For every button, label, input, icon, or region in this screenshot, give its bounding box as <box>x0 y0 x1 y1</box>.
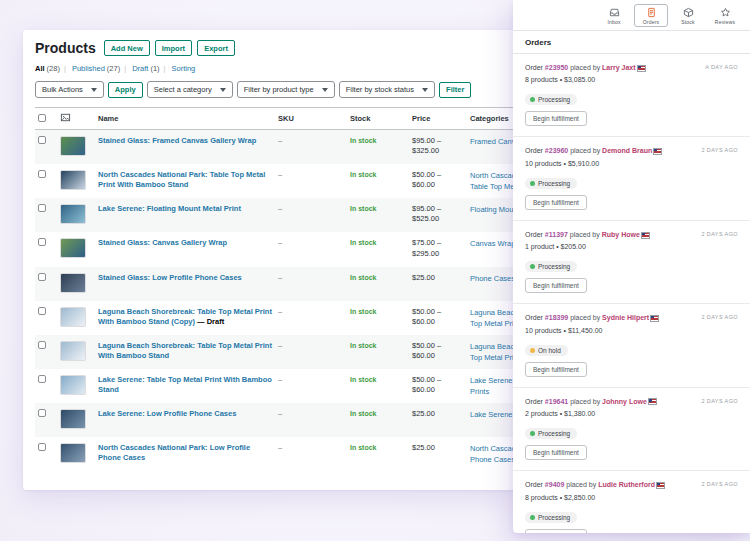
row-checkbox[interactable] <box>38 136 46 144</box>
product-name-link[interactable]: North Cascades National Park: Table Top … <box>98 170 265 189</box>
categories-links[interactable]: Lake Serene, Table Top Metal Prints <box>470 376 518 396</box>
categories-links[interactable]: Floating Mount, Lake Serene <box>470 205 518 214</box>
product-name-link[interactable]: Laguna Beach Shorebreak: Table Top Metal… <box>98 341 272 360</box>
row-checkbox[interactable] <box>38 409 46 417</box>
row-checkbox[interactable] <box>38 273 46 281</box>
tab-inbox[interactable]: Inbox <box>597 4 631 27</box>
order-number-link[interactable]: #9409 <box>545 481 564 488</box>
table-row: Stained Glass: Canvas Gallery Wrap – In … <box>35 232 518 266</box>
order-number-link[interactable]: #11397 <box>545 231 568 238</box>
flag-icon <box>651 316 658 321</box>
customer-link[interactable]: Larry Jaxt <box>602 64 635 71</box>
view-sorting-link[interactable]: Sorting <box>172 64 196 73</box>
begin-fulfillment-button[interactable]: Begin fulfillment <box>525 445 587 460</box>
chevron-down-icon <box>220 88 226 92</box>
stock-status: In stock <box>347 232 409 266</box>
customer-link[interactable]: Ruby Howe <box>602 231 640 238</box>
export-button[interactable]: Export <box>197 40 235 56</box>
placed-by-text: placed by <box>570 231 600 238</box>
column-header-name[interactable]: Name <box>95 108 275 130</box>
begin-fulfillment-button[interactable]: Begin fulfillment <box>525 278 587 293</box>
bulk-actions-select[interactable]: Bulk Actions <box>35 81 104 98</box>
product-name-link[interactable]: Lake Serene: Floating Mount Metal Print <box>98 204 241 213</box>
product-name-link[interactable]: Lake Serene: Table Top Metal Print With … <box>98 375 272 394</box>
tab-orders[interactable]: Orders <box>634 4 668 27</box>
row-checkbox[interactable] <box>38 341 46 349</box>
orders-section-title: Orders <box>513 31 750 54</box>
order-number-link[interactable]: #18399 <box>545 314 568 321</box>
product-thumbnail[interactable] <box>60 238 86 258</box>
begin-fulfillment-button[interactable]: Begin fulfillment <box>525 111 587 126</box>
customer-link[interactable]: Johnny Lowe <box>602 398 647 405</box>
filter-button[interactable]: Filter <box>439 82 471 98</box>
view-filter-links: All (28) Published (27) Draft (1) Sortin… <box>35 64 518 73</box>
order-timestamp: 2 DAYS AGO <box>701 146 738 154</box>
view-item-sorting: Sorting <box>160 64 196 73</box>
product-thumbnail[interactable] <box>60 307 86 327</box>
product-name-link[interactable]: North Cascades National Park: Low Profil… <box>98 443 250 462</box>
product-name-link[interactable]: Lake Serene: Low Profile Phone Cases <box>98 409 236 418</box>
order-prefix: Order <box>525 147 543 154</box>
row-checkbox[interactable] <box>38 204 46 212</box>
import-button[interactable]: Import <box>155 40 192 56</box>
order-card: Order #23960 placed by Demond Braun 2 DA… <box>513 137 750 220</box>
customer-link[interactable]: Demond Braun <box>602 147 652 154</box>
product-name-link[interactable]: Stained Glass: Canvas Gallery Wrap <box>98 238 227 247</box>
view-published-link[interactable]: Published <box>72 64 105 73</box>
row-checkbox[interactable] <box>38 170 46 178</box>
stock-status-select[interactable]: Filter by stock status <box>339 81 435 98</box>
row-checkbox[interactable] <box>38 443 46 451</box>
product-name-link[interactable]: Stained Glass: Low Profile Phone Cases <box>98 273 242 282</box>
stock-status: In stock <box>347 130 409 165</box>
column-header-price[interactable]: Price <box>409 108 467 130</box>
select-all-checkbox[interactable] <box>38 114 46 122</box>
apply-button[interactable]: Apply <box>108 82 143 98</box>
tab-stock[interactable]: Stock <box>671 4 705 27</box>
products-panel: Products Add New Import Export All (28) … <box>23 30 518 490</box>
order-timestamp: A DAY AGO <box>705 63 738 71</box>
tab-reviews[interactable]: Reviews <box>708 4 742 27</box>
categories-links[interactable]: Laguna Beach Shorebreak, Table Top Metal… <box>470 308 518 328</box>
categories-links[interactable]: Canvas Wraps, Stained Glass <box>470 239 518 248</box>
product-thumbnail[interactable] <box>60 375 86 395</box>
add-new-button[interactable]: Add New <box>104 40 150 56</box>
stock-status: In stock <box>347 369 409 403</box>
row-checkbox[interactable] <box>38 375 46 383</box>
column-header-categories: Categories <box>467 108 518 130</box>
order-number-link[interactable]: #23950 <box>545 64 568 71</box>
begin-fulfillment-button[interactable]: Begin fulfillment <box>525 529 587 533</box>
product-type-select[interactable]: Filter by product type <box>237 81 335 98</box>
row-checkbox[interactable] <box>38 238 46 246</box>
categories-links[interactable]: North Cascades National Park, Phone Case… <box>470 444 518 464</box>
reviews-star-icon <box>720 7 731 18</box>
product-thumbnail[interactable] <box>60 443 86 463</box>
view-all-link[interactable]: All <box>35 64 45 73</box>
categories-links[interactable]: Framed Canvas, Stained Glass <box>470 137 518 146</box>
chevron-down-icon <box>422 88 428 92</box>
categories-links[interactable]: North Cascades National Park, Table Top … <box>470 171 518 191</box>
product-name-link[interactable]: Laguna Beach Shorebreak: Table Top Metal… <box>98 307 272 326</box>
status-label: Processing <box>538 263 570 270</box>
product-thumbnail[interactable] <box>60 341 86 361</box>
status-badge: Processing <box>525 178 577 189</box>
product-thumbnail[interactable] <box>60 273 86 293</box>
categories-links[interactable]: Phone Cases, Stained Glass <box>470 274 518 283</box>
product-thumbnail[interactable] <box>60 409 86 429</box>
order-number-link[interactable]: #19641 <box>545 398 568 405</box>
page-title: Products <box>35 40 96 56</box>
product-thumbnail[interactable] <box>60 136 86 156</box>
customer-link[interactable]: Sydnie Hilpert <box>602 314 649 321</box>
product-thumbnail[interactable] <box>60 204 86 224</box>
category-select[interactable]: Select a category <box>147 81 233 98</box>
begin-fulfillment-button[interactable]: Begin fulfillment <box>525 362 587 377</box>
order-number-link[interactable]: #23960 <box>545 147 568 154</box>
categories-links[interactable]: Lake Serene, Phone Cases <box>470 410 518 419</box>
product-name-link[interactable]: Stained Glass: Framed Canvas Gallery Wra… <box>98 136 256 145</box>
begin-fulfillment-button[interactable]: Begin fulfillment <box>525 195 587 210</box>
customer-link[interactable]: Ludie Rutherford <box>598 481 655 488</box>
categories-links[interactable]: Laguna Beach Shorebreak, Table Top Metal… <box>470 342 518 362</box>
product-thumbnail[interactable] <box>60 170 86 190</box>
column-header-sku[interactable]: SKU <box>275 108 347 130</box>
row-checkbox[interactable] <box>38 307 46 315</box>
view-draft-link[interactable]: Draft <box>132 64 148 73</box>
